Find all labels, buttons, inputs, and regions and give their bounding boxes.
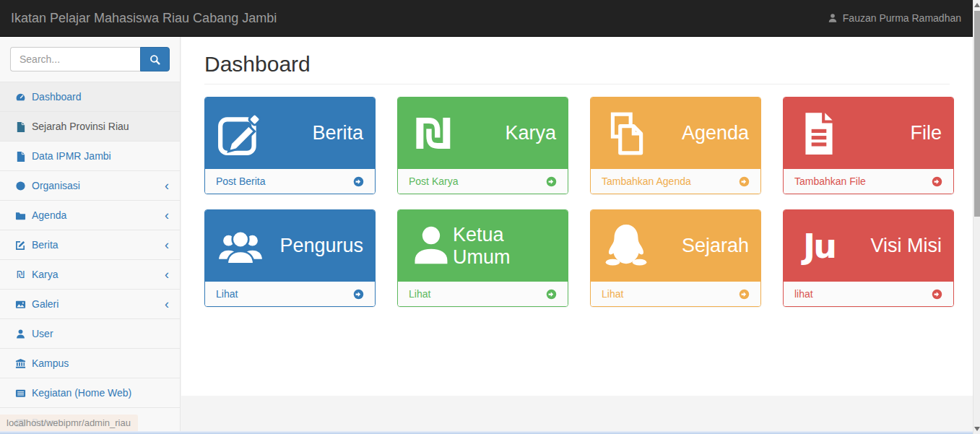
sidebar-item-label: User (32, 328, 53, 339)
navbar-user-menu[interactable]: Fauzan Purma Ramadhan (828, 12, 973, 24)
sidebar-item-karya[interactable]: ₪ Karya (0, 259, 180, 289)
card-title: File (910, 122, 942, 144)
card-title: Pengurus (279, 235, 363, 257)
top-navbar: Ikatan Pelajar Mahasiswa Riau Cabang Jam… (0, 0, 973, 37)
card-action-label: Post Berita (216, 175, 265, 187)
navbar-brand[interactable]: Ikatan Pelajar Mahasiswa Riau Cabang Jam… (0, 11, 277, 26)
card-title: Sejarah (682, 235, 749, 257)
sidebar-search (0, 37, 180, 82)
card-title: Ketua Umum (453, 224, 556, 269)
card-ketua-umum-header: Ketua Umum (398, 210, 568, 282)
card-karya-action-link[interactable]: Post Karya (398, 169, 568, 194)
university-icon (15, 358, 26, 369)
sidebar-item-kegiatan-home-web[interactable]: Kegiatan (Home Web) (0, 378, 180, 407)
person-icon (828, 13, 838, 23)
list-icon (15, 388, 26, 399)
card-ketua-umum-action-link[interactable]: Lihat (398, 282, 568, 306)
card-visi-misi: Visi Misi lihat (783, 209, 954, 307)
shekel-icon (409, 110, 457, 157)
file-icon (15, 151, 26, 162)
sidebar-item-user[interactable]: User (0, 318, 180, 348)
sidebar-item-data-ipmr-jambi[interactable]: Data IPMR Jambi (0, 141, 180, 170)
card-action-label: Post Karya (409, 175, 458, 187)
search-input[interactable] (10, 47, 140, 71)
sidebar-item-agenda[interactable]: Agenda (0, 200, 180, 230)
scroll-up-arrow-icon[interactable] (974, 3, 980, 7)
sidebar-item-organisasi[interactable]: Organisasi (0, 170, 180, 200)
sidebar-item-label: Berita (32, 239, 58, 251)
card-agenda: Agenda Tambahkan Agenda (590, 97, 761, 194)
card-karya: Karya Post Karya (397, 97, 568, 194)
sidebar-item-label: Kampus (32, 357, 69, 369)
search-icon (149, 54, 160, 65)
card-action-label: Tambahkan Agenda (602, 175, 691, 187)
scroll-down-arrow-icon[interactable] (974, 427, 980, 431)
users-icon (217, 222, 264, 270)
arrow-circle-right-icon (353, 289, 364, 300)
arrow-circle-right-icon (546, 289, 557, 300)
card-file-header: File (784, 97, 953, 169)
card-action-label: Tambahkan File (794, 175, 866, 187)
sidebar-item-galeri[interactable]: Galeri (0, 289, 180, 318)
sidebar-item-label: Dashboard (32, 91, 82, 103)
sidebar-item-label: Karya (32, 269, 58, 280)
card-berita: Berita Post Berita (204, 97, 376, 194)
card-title: Karya (505, 122, 556, 144)
card-agenda-action-link[interactable]: Tambahkan Agenda (591, 169, 760, 194)
card-title: Berita (312, 122, 363, 144)
chevron-left-icon (165, 299, 169, 309)
edit-icon (217, 110, 264, 157)
sidebar-item-label: Kegiatan (Home Web) (32, 387, 131, 399)
card-file-action-link[interactable]: Tambahkan File (784, 169, 953, 194)
card-title: Agenda (682, 122, 749, 144)
arrow-circle-right-icon (353, 176, 364, 187)
qq-icon (602, 222, 650, 270)
card-visi-misi-header: Visi Misi (784, 210, 953, 282)
chevron-left-icon (165, 210, 169, 220)
file-text-icon (795, 110, 843, 157)
chevron-left-icon (165, 269, 169, 279)
copy-icon (602, 110, 650, 157)
window-bottom-edge (0, 431, 980, 434)
card-action-label: lihat (794, 288, 813, 300)
card-agenda-header: Agenda (591, 97, 760, 169)
card-visi-misi-action-link[interactable]: lihat (784, 282, 953, 306)
vertical-scrollbar[interactable] (973, 0, 980, 434)
card-pengurus-action-link[interactable]: Lihat (205, 282, 375, 306)
file-icon (15, 121, 26, 132)
shekel-icon: ₪ (15, 269, 26, 280)
sidebar-menu: Dashboard Sejarah Provinsi Riau Data IPM… (0, 82, 180, 434)
card-action-label: Lihat (216, 288, 238, 300)
arrow-circle-right-icon (932, 176, 942, 187)
card-berita-action-link[interactable]: Post Berita (205, 169, 375, 194)
sidebar-item-label: Organisasi (32, 180, 80, 191)
sidebar-item-sejarah-provinsi-riau[interactable]: Sejarah Provinsi Riau (0, 111, 180, 141)
sidebar-item-dashboard[interactable]: Dashboard (0, 82, 180, 111)
search-button[interactable] (140, 47, 170, 71)
sidebar-item-label: Agenda (32, 209, 66, 221)
folder-icon (15, 210, 26, 221)
arrow-circle-right-icon (739, 289, 750, 300)
chevron-left-icon (165, 240, 169, 250)
scrollbar-thumb[interactable] (974, 11, 980, 217)
dashboard-icon (15, 92, 26, 103)
card-pengurus-header: Pengurus (205, 210, 375, 282)
sidebar-item-berita[interactable]: Berita (0, 230, 180, 259)
arrow-circle-right-icon (546, 176, 557, 187)
sidebar-item-label: Data IPMR Jambi (32, 150, 111, 162)
card-sejarah-header: Sejarah (591, 210, 760, 282)
card-title: Visi Misi (870, 235, 942, 257)
chevron-left-icon (165, 181, 169, 191)
card-karya-header: Karya (398, 97, 568, 169)
sidebar-item-kampus[interactable]: Kampus (0, 348, 180, 378)
card-sejarah-action-link[interactable]: Lihat (591, 282, 760, 306)
card-file: File Tambahkan File (783, 97, 954, 194)
edit-icon (15, 240, 26, 251)
browser-status-bar: localhost/webipmr/admin_riau (0, 415, 138, 431)
dashboard-cards: Berita Post Berita Karya Post Karya (204, 97, 955, 322)
card-pengurus: Pengurus Lihat (204, 209, 376, 307)
sidebar: Dashboard Sejarah Provinsi Riau Data IPM… (0, 37, 181, 434)
arrow-circle-right-icon (739, 176, 750, 187)
card-ketua-umum: Ketua Umum Lihat (397, 209, 568, 307)
card-berita-header: Berita (205, 97, 375, 169)
